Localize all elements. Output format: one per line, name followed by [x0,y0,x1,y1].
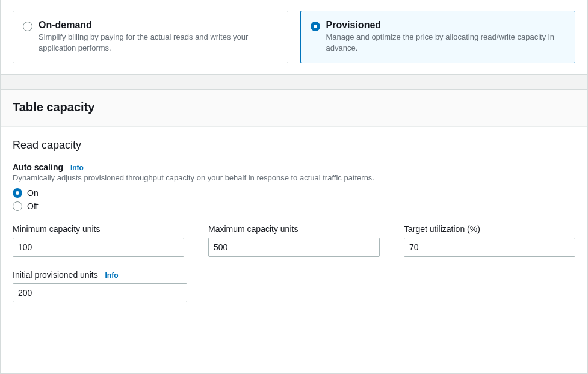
panel-header: Table capacity [1,90,587,127]
radio-icon [13,188,22,198]
initial-units-info-link[interactable]: Info [105,271,119,280]
radio-icon [311,22,320,31]
initial-units-input[interactable] [13,283,187,302]
auto-scaling-on-label: On [27,188,39,198]
capacity-mode-selector: On-demand Simplify billing by paying for… [1,0,587,75]
mode-provisioned-description: Manage and optimize the price by allocat… [326,32,566,53]
auto-scaling-help-text: Dynamically adjusts provisioned throughp… [13,173,575,182]
mode-provisioned-title: Provisioned [326,20,566,31]
minimum-units-label: Minimum capacity units [13,224,184,234]
panel-title: Table capacity [13,100,575,114]
mode-on-demand-description: Simplify billing by paying for the actua… [39,32,278,53]
radio-icon [13,201,22,211]
minimum-units-input[interactable] [13,238,184,257]
radio-icon [23,22,32,31]
mode-on-demand-card[interactable]: On-demand Simplify billing by paying for… [13,11,288,63]
initial-units-label-text: Initial provisioned units [13,270,98,280]
initial-units-label: Initial provisioned units Info [13,270,187,280]
auto-scaling-off-label: Off [27,201,38,211]
target-utilization-input[interactable] [404,238,575,257]
divider-band [1,75,587,90]
auto-scaling-off-option[interactable]: Off [13,201,575,211]
target-utilization-label: Target utilization (%) [404,224,575,234]
mode-on-demand-title: On-demand [39,20,278,31]
read-capacity-heading: Read capacity [13,139,575,152]
auto-scaling-on-option[interactable]: On [13,188,575,198]
mode-provisioned-card[interactable]: Provisioned Manage and optimize the pric… [300,11,576,63]
auto-scaling-info-link[interactable]: Info [70,164,84,172]
maximum-units-input[interactable] [208,238,380,257]
maximum-units-label: Maximum capacity units [208,224,380,234]
auto-scaling-label: Auto scaling [13,162,63,172]
